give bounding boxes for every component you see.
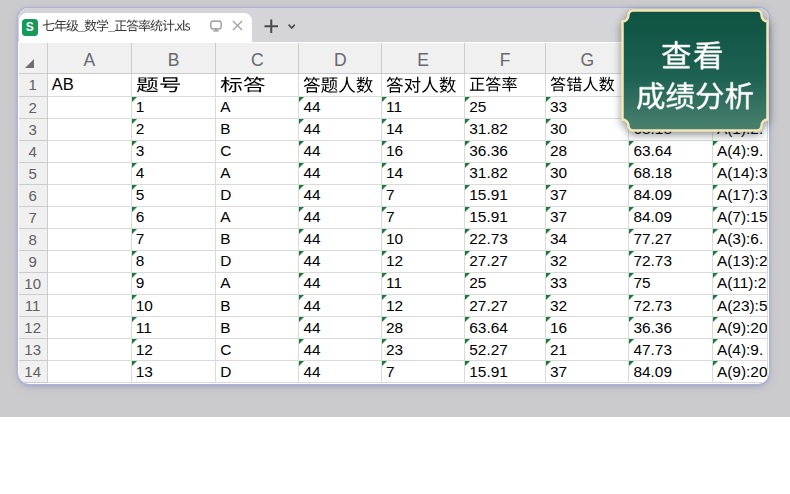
- cell[interactable]: D: [216, 361, 299, 383]
- cell[interactable]: 25: [465, 97, 546, 119]
- cell[interactable]: [48, 119, 132, 141]
- row-header-3[interactable]: 3: [19, 119, 48, 141]
- row-header-10[interactable]: 10: [19, 273, 48, 295]
- cell[interactable]: D: [216, 185, 299, 207]
- cell[interactable]: [216, 74, 299, 97]
- view-score-analysis-button[interactable]: [620, 8, 770, 134]
- cell[interactable]: [48, 185, 132, 207]
- cell[interactable]: 44: [299, 317, 382, 339]
- cell[interactable]: 12: [132, 339, 217, 361]
- cell[interactable]: [48, 229, 132, 251]
- cell[interactable]: 10: [382, 229, 465, 251]
- cell[interactable]: 3: [132, 141, 217, 163]
- cell[interactable]: [48, 295, 132, 317]
- cell[interactable]: A(13):2: [713, 251, 768, 273]
- cell[interactable]: 68.18: [629, 163, 713, 185]
- cell[interactable]: 15.91: [465, 207, 546, 229]
- cell[interactable]: 33: [546, 97, 630, 119]
- cell[interactable]: 1: [132, 97, 217, 119]
- cell[interactable]: 44: [299, 97, 382, 119]
- cell[interactable]: C: [216, 141, 299, 163]
- cell[interactable]: 30: [546, 163, 630, 185]
- cell[interactable]: 63.64: [465, 317, 546, 339]
- row-header-5[interactable]: 5: [19, 163, 48, 185]
- column-header-B[interactable]: B: [132, 43, 217, 74]
- row-header-2[interactable]: 2: [19, 97, 48, 119]
- cell[interactable]: [382, 74, 465, 97]
- cell[interactable]: 31.82: [465, 119, 546, 141]
- cell[interactable]: A: [216, 273, 299, 295]
- cell[interactable]: D: [216, 251, 299, 273]
- cell[interactable]: 44: [299, 229, 382, 251]
- cell[interactable]: 5: [132, 185, 217, 207]
- cell[interactable]: B: [216, 119, 299, 141]
- cell[interactable]: 2: [132, 119, 217, 141]
- cell[interactable]: 84.09: [629, 361, 713, 383]
- row-header-13[interactable]: 13: [19, 339, 48, 361]
- column-header-D[interactable]: D: [299, 43, 382, 74]
- cell[interactable]: 8: [132, 251, 217, 273]
- cell[interactable]: 15.91: [465, 361, 546, 383]
- row-header-7[interactable]: 7: [19, 207, 48, 229]
- cell[interactable]: 14: [382, 119, 465, 141]
- cell[interactable]: 7: [132, 229, 217, 251]
- cell[interactable]: [48, 317, 132, 339]
- cell[interactable]: 23: [382, 339, 465, 361]
- cell[interactable]: 84.09: [629, 185, 713, 207]
- cell[interactable]: 7: [382, 207, 465, 229]
- cell[interactable]: 30: [546, 119, 630, 141]
- cell[interactable]: 28: [382, 317, 465, 339]
- cell[interactable]: [299, 74, 382, 97]
- cell[interactable]: A: [216, 207, 299, 229]
- row-header-6[interactable]: 6: [19, 185, 48, 207]
- cell[interactable]: [48, 361, 132, 383]
- cell[interactable]: [465, 74, 546, 97]
- cell[interactable]: 44: [299, 251, 382, 273]
- cell[interactable]: A(4):9.: [713, 141, 768, 163]
- cell[interactable]: 44: [299, 273, 382, 295]
- cell[interactable]: 37: [546, 185, 630, 207]
- cell[interactable]: A: [216, 97, 299, 119]
- cell[interactable]: 36.36: [465, 141, 546, 163]
- cell[interactable]: [48, 163, 132, 185]
- cell[interactable]: 12: [382, 295, 465, 317]
- cell[interactable]: 84.09: [629, 207, 713, 229]
- close-icon[interactable]: [232, 11, 243, 40]
- cell[interactable]: A(9):20: [713, 317, 768, 339]
- cell[interactable]: [546, 74, 630, 97]
- cell[interactable]: 52.27: [465, 339, 546, 361]
- cell[interactable]: 37: [546, 207, 630, 229]
- row-header-14[interactable]: 14: [19, 361, 48, 383]
- cell[interactable]: 77.27: [629, 229, 713, 251]
- cell[interactable]: 6: [132, 207, 217, 229]
- cell[interactable]: 12: [382, 251, 465, 273]
- cell[interactable]: [48, 141, 132, 163]
- select-all-corner[interactable]: [19, 43, 48, 74]
- cell[interactable]: 44: [299, 207, 382, 229]
- cell[interactable]: 15.91: [465, 185, 546, 207]
- cell[interactable]: [48, 97, 132, 119]
- column-header-F[interactable]: F: [465, 43, 546, 74]
- cell[interactable]: [132, 74, 217, 97]
- cell[interactable]: 63.64: [629, 141, 713, 163]
- cell[interactable]: 44: [299, 361, 382, 383]
- row-header-9[interactable]: 9: [19, 251, 48, 273]
- cell[interactable]: A(3):6.: [713, 229, 768, 251]
- cell[interactable]: 36.36: [629, 317, 713, 339]
- cell[interactable]: 44: [299, 185, 382, 207]
- cell[interactable]: AB: [48, 74, 132, 97]
- cell[interactable]: 11: [132, 317, 217, 339]
- cell[interactable]: 31.82: [465, 163, 546, 185]
- cell[interactable]: B: [216, 317, 299, 339]
- cell[interactable]: 21: [546, 339, 630, 361]
- cell[interactable]: 44: [299, 295, 382, 317]
- cell[interactable]: C: [216, 339, 299, 361]
- cell[interactable]: A(17):3: [713, 185, 768, 207]
- cell[interactable]: 27.27: [465, 251, 546, 273]
- cell[interactable]: A(7):15: [713, 207, 768, 229]
- cell[interactable]: [48, 207, 132, 229]
- cell[interactable]: A(11):2: [713, 273, 768, 295]
- cell[interactable]: A(9):20: [713, 361, 768, 383]
- cell[interactable]: 34: [546, 229, 630, 251]
- chevron-down-icon[interactable]: [288, 12, 316, 41]
